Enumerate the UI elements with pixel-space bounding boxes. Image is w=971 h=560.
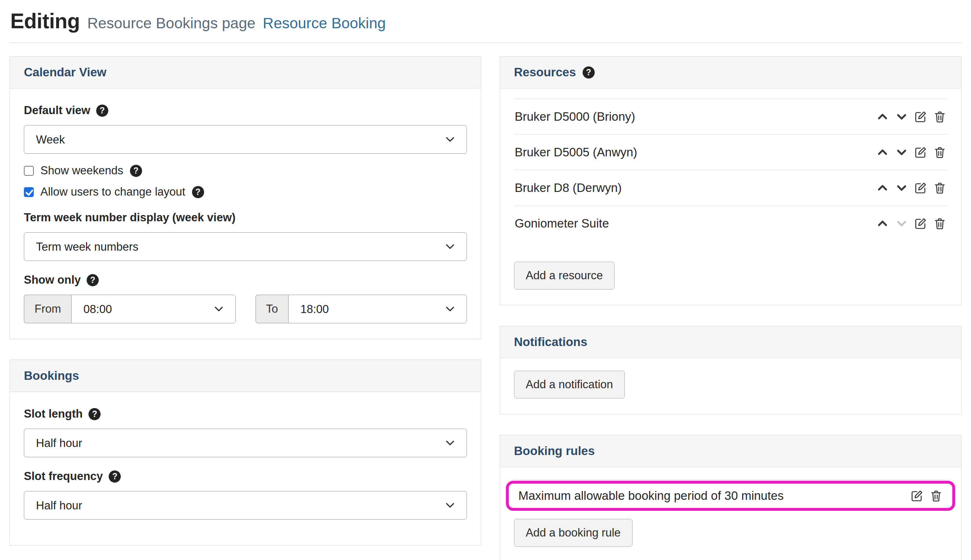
slot-frequency-select[interactable]: Half hour (24, 491, 467, 520)
page-title: Editing (10, 9, 80, 33)
help-icon[interactable] (87, 274, 99, 286)
edit-button[interactable] (914, 217, 927, 230)
title-line: Editing Resource Bookings page Resource … (10, 7, 961, 33)
chevron-up-icon (876, 217, 889, 230)
header-divider (10, 43, 961, 43)
calendar-view-card: Calendar View Default view Week (10, 56, 481, 339)
calendar-view-header: Calendar View (10, 57, 481, 88)
slot-length-label: Slot length (24, 407, 83, 420)
resource-name: Bruker D5000 (Briony) (515, 110, 635, 124)
help-icon[interactable] (192, 186, 204, 198)
calendar-view-body: Default view Week Show weekends (10, 88, 481, 339)
edit-icon (914, 110, 927, 123)
allow-layout-row: Allow users to change layout (24, 185, 467, 198)
help-icon[interactable] (96, 105, 108, 117)
show-only-label: Show only (24, 273, 81, 287)
delete-button[interactable] (933, 217, 946, 230)
add-notification-button[interactable]: Add a notification (514, 371, 625, 398)
edit-icon (911, 489, 924, 502)
allow-layout-label: Allow users to change layout (40, 185, 185, 198)
from-label: From (24, 295, 71, 323)
slot-length-label-row: Slot length (24, 407, 467, 420)
notifications-body: Add a notification (500, 358, 961, 414)
slot-frequency-label-row: Slot frequency (24, 470, 467, 483)
add-resource-button[interactable]: Add a resource (514, 262, 614, 290)
edit-icon (914, 217, 927, 230)
row-actions (876, 146, 946, 159)
row-actions (911, 489, 943, 502)
breadcrumb-item-link[interactable]: Resource Booking (263, 15, 386, 32)
move-down-button[interactable] (895, 146, 908, 159)
chevron-up-icon (876, 181, 889, 195)
from-group: From 08:00 (24, 295, 236, 323)
rule-divider (514, 480, 947, 480)
edit-button[interactable] (914, 110, 927, 123)
term-week-select[interactable]: Term week numbers (24, 232, 467, 261)
delete-button[interactable] (933, 146, 946, 159)
content-columns: Calendar View Default view Week (10, 56, 961, 560)
edit-icon (914, 181, 927, 195)
bookings-header: Bookings (10, 360, 481, 392)
default-view-select[interactable]: Week (24, 125, 467, 154)
bookings-body: Slot length Half hour Slot frequency (10, 392, 481, 545)
chevron-down-icon (895, 110, 908, 123)
breadcrumb-page-link[interactable]: Resource Bookings page (87, 15, 255, 32)
move-up-button[interactable] (876, 146, 889, 159)
to-label: To (255, 295, 289, 323)
resources-header: Resources (500, 57, 961, 88)
slot-frequency-label: Slot frequency (24, 470, 103, 483)
resource-name: Bruker D8 (Derwyn) (515, 181, 622, 195)
chevron-down-icon (895, 181, 908, 195)
term-week-select-wrap: Term week numbers (24, 232, 467, 261)
default-view-label: Default view (24, 104, 90, 117)
move-up-button[interactable] (876, 217, 889, 230)
edit-button[interactable] (911, 489, 924, 502)
help-icon[interactable] (582, 67, 595, 78)
move-down-button[interactable] (895, 181, 908, 195)
trash-icon (933, 146, 946, 159)
row-actions (876, 217, 946, 230)
row-actions (876, 181, 946, 195)
move-up-button[interactable] (876, 110, 889, 123)
show-only-range: From 08:00 To (24, 295, 467, 323)
calendar-view-title: Calendar View (24, 65, 107, 79)
bookings-card: Bookings Slot length Half hour Slot (10, 360, 481, 546)
move-up-button[interactable] (876, 181, 889, 195)
from-time-select[interactable]: 08:00 (71, 295, 235, 323)
resource-row: Goniometer Suite (514, 205, 947, 241)
delete-button[interactable] (933, 110, 946, 123)
edit-button[interactable] (914, 146, 927, 159)
resource-name: Bruker D5005 (Anwyn) (515, 145, 637, 159)
booking-rules-body: Maximum allowable booking period of 30 m… (500, 467, 961, 560)
help-icon[interactable] (108, 470, 121, 483)
highlight-annotation: Maximum allowable booking period of 30 m… (506, 481, 955, 511)
slot-length-select[interactable]: Half hour (24, 428, 467, 457)
allow-layout-checkbox[interactable] (24, 187, 34, 197)
show-weekends-checkbox[interactable] (24, 166, 34, 176)
booking-rule-row: Maximum allowable booking period of 30 m… (518, 489, 943, 503)
trash-icon (933, 110, 946, 123)
slot-frequency-select-wrap: Half hour (24, 491, 467, 520)
delete-button[interactable] (933, 181, 946, 195)
add-booking-rule-button[interactable]: Add a booking rule (514, 519, 632, 547)
to-group: To 18:00 (255, 295, 467, 323)
resource-row: Bruker D5005 (Anwyn) (514, 134, 947, 170)
right-column: Resources Bruker D5000 (Briony) (500, 56, 961, 560)
move-down-button[interactable] (895, 110, 908, 123)
resource-row: Bruker D5000 (Briony) (514, 99, 947, 134)
booking-rules-title: Booking rules (514, 444, 595, 458)
booking-rules-card: Booking rules Maximum allowable booking … (500, 435, 961, 560)
chevron-up-icon (876, 146, 889, 159)
to-time-select[interactable]: 18:00 (288, 295, 467, 323)
page: Editing Resource Bookings page Resource … (0, 0, 971, 560)
delete-button[interactable] (929, 489, 943, 502)
show-weekends-label: Show weekends (40, 164, 123, 177)
trash-icon (933, 217, 946, 230)
resources-title: Resources (514, 65, 576, 79)
left-column: Calendar View Default view Week (10, 56, 481, 560)
trash-icon (933, 181, 946, 195)
help-icon[interactable] (88, 408, 100, 420)
edit-icon (914, 146, 927, 159)
help-icon[interactable] (130, 165, 142, 177)
edit-button[interactable] (914, 181, 927, 195)
